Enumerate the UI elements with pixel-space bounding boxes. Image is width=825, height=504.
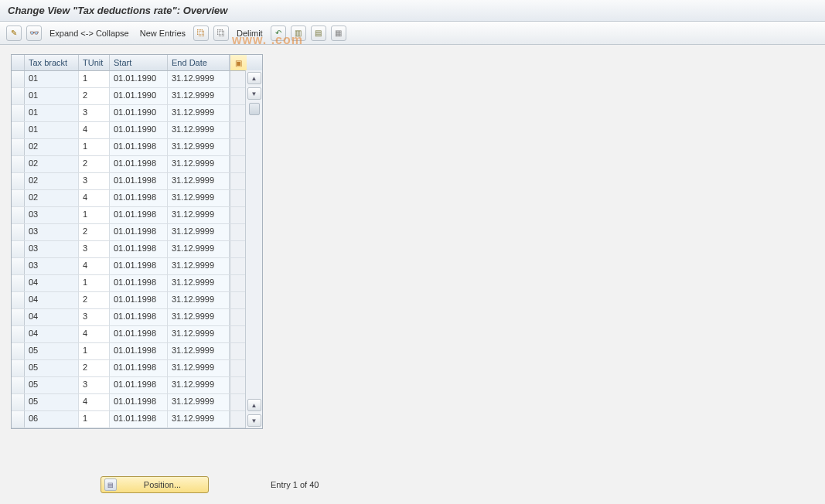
cell-start[interactable]: 01.01.1990 bbox=[110, 122, 168, 138]
column-header-tunit[interactable]: TUnit bbox=[79, 55, 110, 70]
cell-tax-bracket[interactable]: 03 bbox=[25, 224, 79, 240]
cell-tunit[interactable]: 1 bbox=[79, 343, 110, 359]
row-selector[interactable] bbox=[12, 190, 25, 206]
row-selector[interactable] bbox=[12, 411, 25, 427]
row-selector[interactable] bbox=[12, 309, 25, 325]
deselect-all-icon[interactable] bbox=[331, 26, 346, 41]
cell-end-date[interactable]: 31.12.9999 bbox=[168, 207, 230, 223]
cell-tunit[interactable]: 1 bbox=[79, 275, 110, 291]
column-header-tax-bracket[interactable]: Tax brackt bbox=[25, 55, 79, 70]
cell-tunit[interactable]: 3 bbox=[79, 309, 110, 325]
cell-tunit[interactable]: 1 bbox=[79, 411, 110, 427]
row-selector[interactable] bbox=[12, 241, 25, 257]
cell-tunit[interactable]: 2 bbox=[79, 360, 110, 376]
cell-tunit[interactable]: 4 bbox=[79, 326, 110, 342]
row-selector[interactable] bbox=[12, 292, 25, 308]
cell-tax-bracket[interactable]: 03 bbox=[25, 207, 79, 223]
cell-start[interactable]: 01.01.1998 bbox=[110, 377, 168, 393]
cell-tax-bracket[interactable]: 03 bbox=[25, 241, 79, 257]
cell-start[interactable]: 01.01.1998 bbox=[110, 190, 168, 206]
cell-tax-bracket[interactable]: 04 bbox=[25, 326, 79, 342]
row-selector[interactable] bbox=[12, 343, 25, 359]
cell-tunit[interactable]: 4 bbox=[79, 190, 110, 206]
cell-tax-bracket[interactable]: 04 bbox=[25, 309, 79, 325]
cell-end-date[interactable]: 31.12.9999 bbox=[168, 309, 230, 325]
row-selector[interactable] bbox=[12, 122, 25, 138]
cell-tax-bracket[interactable]: 05 bbox=[25, 394, 79, 410]
column-header-start[interactable]: Start bbox=[110, 55, 168, 70]
cell-end-date[interactable]: 31.12.9999 bbox=[168, 122, 230, 138]
copy-as-icon[interactable] bbox=[193, 26, 209, 41]
cell-tax-bracket[interactable]: 01 bbox=[25, 88, 79, 104]
cell-start[interactable]: 01.01.1998 bbox=[110, 326, 168, 342]
cell-tunit[interactable]: 4 bbox=[79, 258, 110, 274]
select-block-icon[interactable] bbox=[311, 26, 326, 41]
cell-end-date[interactable]: 31.12.9999 bbox=[168, 411, 230, 427]
cell-start[interactable]: 01.01.1998 bbox=[110, 207, 168, 223]
cell-end-date[interactable]: 31.12.9999 bbox=[168, 190, 230, 206]
row-selector[interactable] bbox=[12, 105, 25, 121]
scroll-up-button[interactable]: ▲ bbox=[247, 72, 261, 84]
cell-start[interactable]: 01.01.1998 bbox=[110, 343, 168, 359]
header-row-selector[interactable] bbox=[12, 55, 25, 70]
cell-tunit[interactable]: 1 bbox=[79, 207, 110, 223]
cell-tax-bracket[interactable]: 05 bbox=[25, 377, 79, 393]
scroll-thumb[interactable] bbox=[249, 103, 260, 115]
cell-tunit[interactable]: 3 bbox=[79, 377, 110, 393]
cell-end-date[interactable]: 31.12.9999 bbox=[168, 275, 230, 291]
toggle-change-icon[interactable] bbox=[6, 26, 22, 41]
row-selector[interactable] bbox=[12, 156, 25, 172]
cell-start[interactable]: 01.01.1998 bbox=[110, 241, 168, 257]
cell-tax-bracket[interactable]: 02 bbox=[25, 156, 79, 172]
cell-end-date[interactable]: 31.12.9999 bbox=[168, 139, 230, 155]
row-selector[interactable] bbox=[12, 326, 25, 342]
cell-tax-bracket[interactable]: 04 bbox=[25, 275, 79, 291]
row-selector[interactable] bbox=[12, 377, 25, 393]
cell-end-date[interactable]: 31.12.9999 bbox=[168, 105, 230, 121]
cell-end-date[interactable]: 31.12.9999 bbox=[168, 241, 230, 257]
cell-tunit[interactable]: 3 bbox=[79, 241, 110, 257]
cell-tax-bracket[interactable]: 01 bbox=[25, 122, 79, 138]
column-settings-icon[interactable] bbox=[230, 55, 247, 70]
row-selector[interactable] bbox=[12, 258, 25, 274]
row-selector[interactable] bbox=[12, 275, 25, 291]
cell-end-date[interactable]: 31.12.9999 bbox=[168, 88, 230, 104]
cell-end-date[interactable]: 31.12.9999 bbox=[168, 156, 230, 172]
cell-start[interactable]: 01.01.1998 bbox=[110, 258, 168, 274]
scroll-down-step-button[interactable]: ▼ bbox=[247, 87, 261, 100]
cell-start[interactable]: 01.01.1998 bbox=[110, 309, 168, 325]
select-all-icon[interactable] bbox=[291, 26, 306, 41]
cell-end-date[interactable]: 31.12.9999 bbox=[168, 258, 230, 274]
cell-tax-bracket[interactable]: 05 bbox=[25, 343, 79, 359]
expand-collapse-button[interactable]: Expand <-> Collapse bbox=[46, 26, 132, 41]
cell-tunit[interactable]: 2 bbox=[79, 88, 110, 104]
cell-tax-bracket[interactable]: 02 bbox=[25, 173, 79, 189]
scroll-down-button[interactable]: ▼ bbox=[247, 414, 261, 427]
cell-tunit[interactable]: 3 bbox=[79, 173, 110, 189]
cell-end-date[interactable]: 31.12.9999 bbox=[168, 394, 230, 410]
cell-start[interactable]: 01.01.1998 bbox=[110, 411, 168, 427]
cell-tunit[interactable]: 2 bbox=[79, 292, 110, 308]
cell-end-date[interactable]: 31.12.9999 bbox=[168, 292, 230, 308]
cell-end-date[interactable]: 31.12.9999 bbox=[168, 224, 230, 240]
cell-tax-bracket[interactable]: 04 bbox=[25, 292, 79, 308]
cell-start[interactable]: 01.01.1998 bbox=[110, 360, 168, 376]
row-selector[interactable] bbox=[12, 173, 25, 189]
row-selector[interactable] bbox=[12, 139, 25, 155]
cell-tax-bracket[interactable]: 02 bbox=[25, 190, 79, 206]
cell-tunit[interactable]: 1 bbox=[79, 71, 110, 87]
copy-icon[interactable] bbox=[213, 26, 229, 41]
cell-tax-bracket[interactable]: 03 bbox=[25, 258, 79, 274]
cell-end-date[interactable]: 31.12.9999 bbox=[168, 343, 230, 359]
vertical-scrollbar[interactable]: ▲ ▼ ▲ ▼ bbox=[245, 70, 262, 428]
cell-start[interactable]: 01.01.1998 bbox=[110, 173, 168, 189]
cell-tax-bracket[interactable]: 06 bbox=[25, 411, 79, 427]
cell-start[interactable]: 01.01.1990 bbox=[110, 105, 168, 121]
cell-tunit[interactable]: 4 bbox=[79, 394, 110, 410]
row-selector[interactable] bbox=[12, 207, 25, 223]
cell-tunit[interactable]: 2 bbox=[79, 224, 110, 240]
row-selector[interactable] bbox=[12, 224, 25, 240]
cell-tunit[interactable]: 3 bbox=[79, 105, 110, 121]
cell-tax-bracket[interactable]: 02 bbox=[25, 139, 79, 155]
row-selector[interactable] bbox=[12, 360, 25, 376]
